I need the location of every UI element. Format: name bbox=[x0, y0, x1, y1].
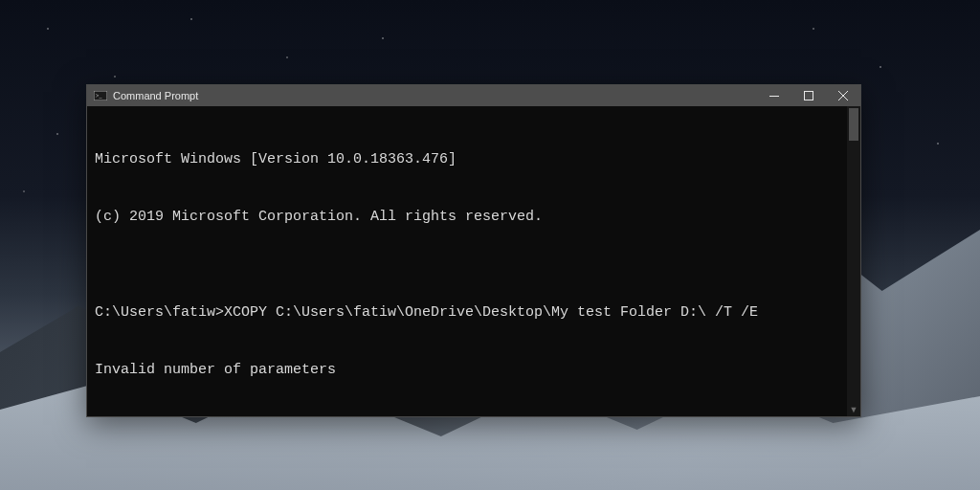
command-prompt-window: >_ Command Prompt Microsoft Windows [Ver… bbox=[86, 84, 861, 417]
close-button[interactable] bbox=[826, 85, 860, 106]
terminal-line: Microsoft Windows [Version 10.0.18363.47… bbox=[95, 150, 853, 169]
terminal-line: (c) 2019 Microsoft Corporation. All righ… bbox=[95, 208, 853, 227]
svg-rect-3 bbox=[805, 92, 813, 100]
svg-rect-2 bbox=[769, 96, 779, 97]
vertical-scrollbar[interactable]: ▲ ▼ bbox=[847, 106, 860, 416]
svg-text:>_: >_ bbox=[96, 93, 102, 99]
scrollbar-thumb[interactable] bbox=[849, 108, 858, 141]
terminal-area: Microsoft Windows [Version 10.0.18363.47… bbox=[87, 106, 860, 416]
titlebar[interactable]: >_ Command Prompt bbox=[87, 85, 860, 106]
cmd-icon: >_ bbox=[93, 90, 108, 101]
terminal-output[interactable]: Microsoft Windows [Version 10.0.18363.47… bbox=[87, 106, 860, 416]
terminal-line: Invalid number of parameters bbox=[95, 361, 853, 380]
maximize-button[interactable] bbox=[791, 85, 826, 106]
minimize-button[interactable] bbox=[757, 85, 791, 106]
terminal-line: C:\Users\fatiw>XCOPY C:\Users\fatiw\OneD… bbox=[95, 303, 853, 323]
window-title: Command Prompt bbox=[113, 90, 198, 101]
scroll-down-icon[interactable]: ▼ bbox=[847, 403, 860, 416]
